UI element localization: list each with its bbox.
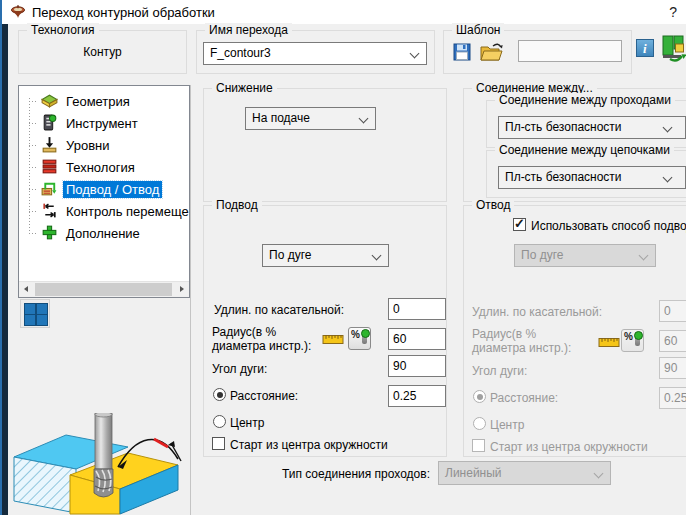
use-lead-in-method-checkbox[interactable] <box>513 218 526 231</box>
lead-in-start-from-center-checkbox[interactable] <box>212 437 225 450</box>
chevron-down-icon <box>410 49 420 59</box>
between-passes-combobox[interactable]: Пл-сть безопасности <box>498 116 686 139</box>
lead-in-preview-image <box>8 413 188 515</box>
lead-out-distance-input <box>659 387 686 409</box>
machine-simulation-icon[interactable] <box>661 34 686 62</box>
between-chains-label: Соединение между цепочками <box>495 143 674 157</box>
lead-in-center-label: Центр <box>230 416 264 430</box>
lead-out-method-combobox: По дуге <box>514 244 656 267</box>
transition-dialog: Переход контурной обработки ? Технология… <box>0 0 686 515</box>
lead-out-arc-angle-input <box>659 357 686 379</box>
load-template-button[interactable] <box>479 41 505 63</box>
info-button[interactable]: i <box>636 39 654 57</box>
tree-item-levels[interactable]: Уровни <box>19 134 189 156</box>
between-passes-value: Пл-сть безопасности <box>505 120 622 134</box>
between-chains-value: Пл-сть безопасности <box>505 170 622 184</box>
tree-item-technology[interactable]: Технология <box>19 156 189 178</box>
scroll-right-button[interactable] <box>174 282 189 297</box>
levels-icon <box>40 136 59 153</box>
motion-control-icon <box>40 202 59 219</box>
tool-pin-icon <box>362 332 367 344</box>
lead-in-center-radio[interactable] <box>213 415 226 428</box>
lead-in-method-value: По дуге <box>269 248 311 262</box>
tree-item-geometry[interactable]: Геометрия <box>19 90 189 112</box>
percent-of-tool-button[interactable]: % <box>348 327 371 350</box>
descent-group-label: Снижение <box>212 81 277 95</box>
titlebar: Переход контурной обработки ? <box>2 0 686 24</box>
panel-divider <box>190 85 191 515</box>
lead-in-method-combobox[interactable]: По дуге <box>262 244 389 267</box>
between-passes-label: Соединение между проходами <box>495 93 675 107</box>
lead-out-arc-angle-label: Угол дуги: <box>472 364 527 378</box>
ruler-icon[interactable] <box>322 333 344 346</box>
chevron-down-icon <box>663 123 673 133</box>
chevron-down-icon <box>359 114 369 124</box>
lead-in-group-label: Подвод <box>212 198 262 212</box>
use-lead-in-method-label: Использовать способ подвод <box>531 219 686 233</box>
tree-item-tool[interactable]: Инструмент <box>19 112 189 134</box>
template-group-label: Шаблон <box>452 23 504 37</box>
percent-of-tool-button: % <box>621 329 644 352</box>
lead-out-distance-label: Расстояние: <box>490 391 558 405</box>
lead-out-start-from-center-checkbox <box>472 439 485 452</box>
tree-item-motion-control[interactable]: Контроль перемеще <box>19 200 189 222</box>
descent-mode-value: На подаче <box>252 111 310 125</box>
lead-in-arc-angle-label: Угол дуги: <box>212 362 267 376</box>
lead-in-distance-input[interactable] <box>388 385 446 407</box>
technology-group-label: Технология <box>27 23 99 37</box>
chevron-down-icon <box>372 251 382 261</box>
transition-name-label: Имя перехода <box>205 23 292 37</box>
tool-pin-icon <box>635 334 640 346</box>
tree-item-lead-in-out[interactable]: Подвод / Отвод <box>19 178 189 200</box>
lead-in-start-from-center-label: Старт из центра окружности <box>230 438 388 452</box>
dialog-title: Переход контурной обработки <box>32 5 215 20</box>
transition-name-combobox[interactable]: F_contour3 <box>203 42 427 65</box>
lead-out-method-value: По дуге <box>521 248 563 262</box>
lead-out-radius-label: Радиус(в % диаметра инстр.): <box>472 327 582 355</box>
ruler-icon <box>598 336 620 349</box>
between-chains-combobox[interactable]: Пл-сть безопасности <box>498 166 686 189</box>
geometry-icon <box>40 92 59 109</box>
lead-out-center-radio <box>473 417 486 430</box>
lead-out-tangent-ext-label: Удлин. по касательной: <box>472 305 602 319</box>
settings-tree: Геометрия Инструмент Уровни <box>18 85 190 298</box>
passes-connection-type-combobox: Линейный <box>438 461 611 485</box>
tree-item-addition[interactable]: Дополнение <box>19 222 189 244</box>
lead-out-start-from-center-label: Старт из центра окружности <box>490 440 648 454</box>
transition-name-value: F_contour3 <box>210 46 271 60</box>
lead-out-radius-input <box>659 330 686 352</box>
technology-icon <box>40 158 59 175</box>
technology-group: Технология Контур <box>18 30 187 74</box>
lead-in-distance-label: Расстояние: <box>230 389 298 403</box>
plus-icon <box>40 224 59 241</box>
descent-mode-combobox[interactable]: На подаче <box>245 107 376 130</box>
lead-in-tangent-ext-label: Удлин. по касательной: <box>214 303 344 317</box>
lead-in-arc-angle-input[interactable] <box>388 355 446 377</box>
chevron-down-icon <box>639 251 649 261</box>
lead-out-center-label: Центр <box>490 418 524 432</box>
app-icon <box>10 4 26 20</box>
technology-value: Контур <box>19 45 186 59</box>
parameters-grid-button[interactable] <box>20 299 50 328</box>
passes-connection-type-value: Линейный <box>445 466 502 480</box>
scroll-left-button[interactable] <box>19 282 34 297</box>
lead-out-group-label: Отвод <box>472 198 514 212</box>
lead-out-distance-radio <box>473 390 486 403</box>
help-button[interactable]: ? <box>669 4 677 20</box>
lead-in-distance-radio[interactable] <box>213 388 226 401</box>
tree-horizontal-scrollbar[interactable] <box>19 281 189 297</box>
lead-in-out-icon <box>40 180 59 197</box>
tool-icon <box>40 114 59 131</box>
template-name-field[interactable] <box>518 40 622 62</box>
lead-in-tangent-ext-input[interactable] <box>388 298 446 320</box>
passes-connection-type-label: Тип соединения проходов: <box>240 467 430 481</box>
descent-group: Снижение <box>203 88 447 202</box>
lead-in-radius-label: Радиус(в % диаметра инстр.): <box>212 325 322 353</box>
scrollbar-thumb[interactable] <box>35 283 172 296</box>
lead-out-tangent-ext-input <box>659 300 686 322</box>
chevron-down-icon <box>594 469 604 479</box>
lead-in-radius-input[interactable] <box>388 328 446 350</box>
save-template-button[interactable] <box>452 42 472 62</box>
chevron-down-icon <box>663 173 673 183</box>
